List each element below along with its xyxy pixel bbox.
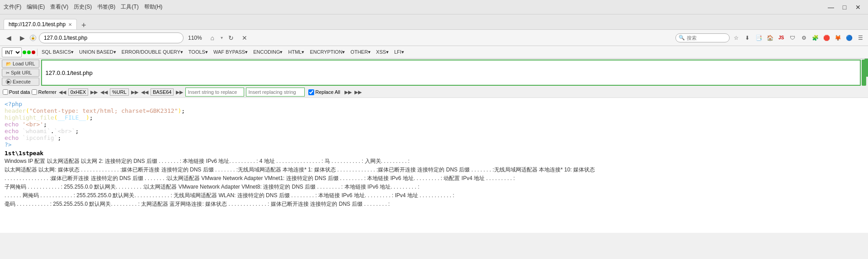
base64-right-arrow[interactable]: ▶▶ bbox=[175, 89, 184, 95]
split-url-icon: ✂ bbox=[6, 70, 9, 75]
php-backtick1: `whoami` bbox=[22, 128, 51, 134]
dot-green2-icon bbox=[27, 51, 31, 54]
js-icon[interactable]: JS bbox=[776, 33, 786, 43]
search-icon: 🔍 bbox=[679, 35, 685, 41]
base64-left-arrow[interactable]: ◀◀ bbox=[141, 89, 149, 95]
toolbar-encryption[interactable]: ENCRYPTION▾ bbox=[307, 48, 347, 56]
addon-icon1[interactable]: 🧩 bbox=[810, 33, 820, 43]
close-button[interactable]: ✕ bbox=[852, 2, 864, 12]
php-backtick2: `<br>` bbox=[54, 128, 75, 134]
load-url-icon: 📂 bbox=[6, 61, 11, 66]
browser-tab[interactable]: http://127.0.0.1/test.php ✕ bbox=[4, 19, 77, 29]
search-box[interactable]: 🔍 bbox=[675, 33, 730, 42]
load-url-button[interactable]: 📂 Load URL bbox=[2, 60, 39, 68]
replace-all-checkbox[interactable]: Replace All bbox=[307, 89, 342, 95]
insert-string-input[interactable] bbox=[185, 88, 244, 97]
download-icon[interactable]: ⬇ bbox=[742, 33, 752, 43]
hex-right-arrow[interactable]: ▶▶ bbox=[90, 89, 98, 95]
base64-label[interactable]: BASE64 bbox=[151, 88, 174, 96]
php-paren4: ) bbox=[86, 114, 90, 121]
purl-label[interactable]: %URL bbox=[110, 88, 129, 96]
php-highlight-func: highlight_file bbox=[5, 114, 54, 121]
php-echo3: echo bbox=[5, 134, 19, 141]
int-select[interactable]: INT bbox=[2, 47, 22, 57]
purl-right-arrow[interactable]: ▶▶ bbox=[131, 89, 139, 95]
addon-icon4[interactable]: 🔵 bbox=[844, 33, 854, 43]
tab-title: http://127.0.0.1/test.php bbox=[9, 21, 66, 28]
menu-help[interactable]: 帮助(H) bbox=[144, 3, 163, 11]
post-data-checkbox[interactable]: Post data bbox=[3, 89, 30, 95]
shield-icon[interactable]: 🛡 bbox=[788, 33, 797, 43]
execute-button[interactable]: ▶ Execute bbox=[2, 78, 39, 86]
hex-label[interactable]: 0xHEX bbox=[68, 88, 88, 96]
php-semi1: ; bbox=[181, 107, 185, 114]
menu-edit[interactable]: 编辑(E) bbox=[27, 3, 45, 11]
content-area: <?php header("Content-type: text/html; c… bbox=[0, 97, 868, 233]
zoom-level: 110% bbox=[188, 35, 202, 41]
referrer-check[interactable] bbox=[32, 89, 37, 95]
php-code: <?php header("Content-type: text/html; c… bbox=[5, 101, 863, 148]
secure-icon: 🔒 bbox=[30, 35, 36, 41]
php-paren1: ( bbox=[26, 107, 29, 114]
toolbar-xss[interactable]: XSS▾ bbox=[374, 48, 391, 56]
menu-bookmarks[interactable]: 书签(B) bbox=[97, 3, 115, 11]
settings-icon[interactable]: ⚙ bbox=[799, 33, 809, 43]
address-input-wrap[interactable] bbox=[39, 32, 184, 43]
toolbar-html[interactable]: HTML▾ bbox=[286, 48, 307, 56]
minimize-button[interactable]: — bbox=[825, 2, 837, 12]
output-line-3: 子网掩码 . . . . . . . . . . . : 255.255.0.0… bbox=[5, 183, 863, 191]
insert-replacing-input[interactable] bbox=[246, 88, 305, 97]
reload-button[interactable]: ↻ bbox=[225, 32, 237, 44]
toolbar-encoding[interactable]: ENCODING▾ bbox=[251, 48, 285, 56]
addon-icon2[interactable]: 🛑 bbox=[821, 33, 831, 43]
purl-left-arrow[interactable]: ◀◀ bbox=[100, 89, 108, 95]
tab-close-button[interactable]: ✕ bbox=[68, 22, 72, 27]
toolbar-lfi[interactable]: LFI▾ bbox=[392, 48, 406, 56]
forward-button[interactable]: ▶ bbox=[16, 32, 28, 44]
toolbar-sep1 bbox=[37, 49, 38, 56]
toolbar-tools[interactable]: TOOLS▾ bbox=[186, 48, 210, 56]
back-button[interactable]: ◀ bbox=[3, 32, 14, 44]
star-icon[interactable]: ☆ bbox=[731, 33, 741, 43]
address-bar: ◀ ▶ 🔒 110% ⌂ ▾ ↻ ✕ 🔍 ☆ ⬇ 📑 🏠 JS 🛡 ⚙ 🧩 🛑 … bbox=[0, 30, 868, 46]
menu-icon[interactable]: ☰ bbox=[855, 33, 865, 43]
home-icon[interactable]: 🏠 bbox=[765, 33, 775, 43]
hex-left-arrow[interactable]: ◀◀ bbox=[58, 89, 66, 95]
replace-right-arrow2[interactable]: ▶▶ bbox=[354, 89, 362, 95]
replace-right-arrow[interactable]: ▶▶ bbox=[344, 89, 352, 95]
php-semi3: ; bbox=[43, 121, 47, 128]
menu-history[interactable]: 历史(S) bbox=[74, 3, 92, 11]
split-url-button[interactable]: ✂ Split URL bbox=[2, 69, 39, 77]
url-left-buttons: 📂 Load URL ✂ Split URL ▶ Execute bbox=[2, 60, 39, 86]
php-backtick3: `ipconfig` bbox=[22, 134, 57, 141]
toolbar-union-based[interactable]: UNION BASED▾ bbox=[77, 48, 118, 56]
dot-red-icon bbox=[32, 51, 35, 54]
search-input[interactable] bbox=[687, 35, 723, 41]
stop-button[interactable]: ✕ bbox=[239, 32, 250, 44]
php-echo2: echo bbox=[5, 128, 19, 134]
php-semi5: ; bbox=[57, 134, 61, 141]
toolbar-other[interactable]: OTHER▾ bbox=[348, 48, 373, 56]
post-data-check[interactable] bbox=[3, 89, 8, 95]
bookmark-icon[interactable]: 📑 bbox=[754, 33, 764, 43]
address-input[interactable] bbox=[44, 35, 179, 41]
addon-icon3[interactable]: 🦊 bbox=[833, 33, 843, 43]
right-scroll-indicator bbox=[864, 59, 868, 77]
toolbar-waf-bypass[interactable]: WAF BYPASS▾ bbox=[211, 48, 250, 56]
menu-tools[interactable]: 工具(T) bbox=[121, 3, 138, 11]
php-open-tag: <?php bbox=[5, 101, 22, 107]
menu-view[interactable]: 查看(V) bbox=[50, 3, 68, 11]
maximize-button[interactable]: □ bbox=[838, 2, 851, 12]
referrer-checkbox[interactable]: Referrer bbox=[32, 89, 56, 95]
toolbar-sql-basics[interactable]: SQL BASICS▾ bbox=[39, 48, 76, 56]
toolbar-error-double[interactable]: ERROR/DOUBLE QUERY▾ bbox=[119, 48, 185, 56]
php-header-str: "Content-type: text/html; charset=GBK231… bbox=[29, 107, 178, 114]
home-button[interactable]: ⌂ bbox=[207, 32, 218, 44]
new-tab-button[interactable]: + bbox=[80, 21, 88, 29]
menu-file[interactable]: 文件(F) bbox=[4, 3, 21, 11]
menu-bar: 文件(F) 编辑(E) 查看(V) 历史(S) 书签(B) 工具(T) 帮助(H… bbox=[4, 3, 162, 11]
url-input[interactable] bbox=[41, 60, 861, 86]
output-title: 1st\1stpeak bbox=[5, 150, 863, 157]
titlebar: 文件(F) 编辑(E) 查看(V) 历史(S) 书签(B) 工具(T) 帮助(H… bbox=[0, 0, 868, 14]
replace-all-check[interactable] bbox=[308, 89, 314, 95]
